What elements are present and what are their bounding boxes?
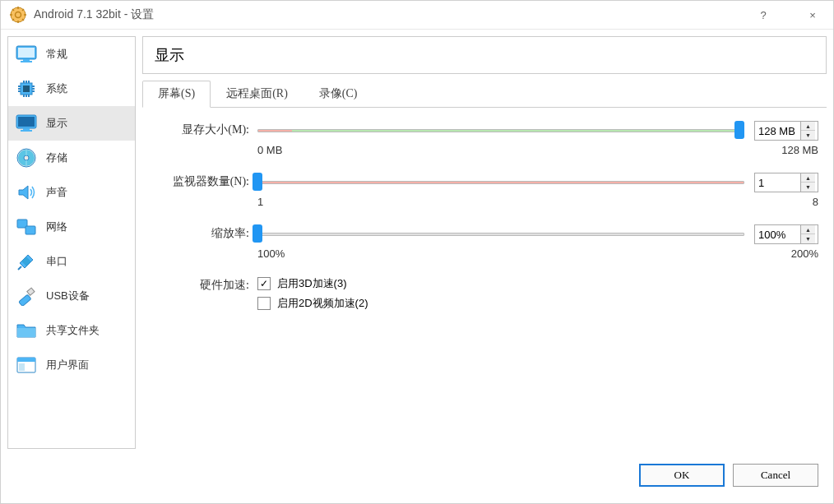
checkbox-3d[interactable]: ✓ 启用3D加速(3)	[257, 276, 818, 291]
setting-hwaccel: 硬件加速: ✓ 启用3D加速(3) 启用2D视频加速(2)	[151, 276, 818, 316]
svg-rect-36	[25, 226, 35, 234]
content-header: 显示	[142, 36, 827, 74]
svg-rect-43	[17, 358, 35, 362]
sidebar-label: 串口	[46, 254, 67, 269]
monitors-label: 监视器数量(N):	[151, 173, 257, 189]
svg-rect-40	[27, 288, 35, 295]
ok-button[interactable]: OK	[639, 464, 725, 487]
tab-content: 显存大小(M): ▲▼ 0 MB 128 MB	[142, 108, 827, 345]
sidebar-item-shared[interactable]: 共享文件夹	[8, 313, 135, 348]
monitors-input[interactable]	[755, 175, 800, 191]
svg-rect-31	[21, 130, 32, 132]
sidebar-item-serial[interactable]: 串口	[8, 244, 135, 279]
vmem-down[interactable]: ▼	[801, 131, 815, 140]
svg-rect-39	[19, 294, 31, 306]
setting-scale: 缩放率: ▲▼ 100% 200%	[151, 224, 818, 260]
tab-screen[interactable]: 屏幕(S)	[142, 81, 211, 108]
sidebar: 常规 系统 显示 存储 声音 网络 串口 USB设备	[7, 36, 136, 449]
monitors-up[interactable]: ▲	[801, 173, 815, 183]
sidebar-item-audio[interactable]: 声音	[8, 175, 135, 210]
tab-recording[interactable]: 录像(C)	[303, 81, 373, 107]
window-title: Android 7.1 32bit - 设置	[34, 7, 751, 22]
serial-icon	[15, 250, 38, 273]
svg-rect-15	[23, 86, 30, 92]
sidebar-item-network[interactable]: 网络	[8, 210, 135, 244]
sidebar-item-ui[interactable]: 用户界面	[8, 348, 135, 382]
monitors-spinbox[interactable]: ▲▼	[754, 173, 818, 192]
sidebar-item-general[interactable]: 常规	[8, 37, 135, 72]
sidebar-item-usb[interactable]: USB设备	[8, 279, 135, 313]
tab-bar: 屏幕(S) 远程桌面(R) 录像(C)	[142, 81, 827, 108]
checkbox-2d[interactable]: 启用2D视频加速(2)	[257, 296, 818, 311]
sidebar-label: 常规	[46, 47, 67, 62]
footer: OK Cancel	[1, 455, 833, 495]
sidebar-label: USB设备	[46, 289, 90, 303]
sidebar-label: 声音	[46, 185, 67, 200]
svg-rect-11	[18, 48, 35, 58]
monitors-down[interactable]: ▼	[801, 183, 815, 192]
scale-min-label: 100%	[257, 247, 285, 260]
vmem-spinbox[interactable]: ▲▼	[754, 121, 818, 141]
svg-rect-41	[17, 328, 35, 337]
svg-rect-29	[18, 117, 35, 127]
svg-line-38	[18, 266, 21, 270]
vmem-slider[interactable]	[257, 129, 744, 132]
setting-vmem: 显存大小(M): ▲▼ 0 MB 128 MB	[151, 121, 818, 156]
usb-icon	[15, 284, 38, 307]
titlebar: Android 7.1 32bit - 设置 ? ×	[1, 1, 833, 30]
monitors-max-label: 8	[813, 196, 818, 208]
checkbox-3d-label: 启用3D加速(3)	[277, 276, 347, 291]
window-controls: ? ×	[751, 9, 825, 21]
speaker-icon	[15, 181, 38, 204]
chip-icon	[15, 77, 38, 100]
svg-rect-44	[19, 363, 25, 371]
sidebar-item-system[interactable]: 系统	[8, 72, 135, 106]
svg-rect-12	[23, 59, 30, 61]
vmem-up[interactable]: ▲	[801, 122, 815, 131]
tab-remote[interactable]: 远程桌面(R)	[211, 81, 303, 107]
content-panel: 显示 屏幕(S) 远程桌面(R) 录像(C) 显存大小(M): ▲	[142, 36, 827, 449]
sidebar-label: 系统	[46, 81, 67, 96]
vmem-label: 显存大小(M):	[151, 121, 257, 137]
vmem-input[interactable]	[755, 123, 800, 139]
folder-icon	[15, 319, 38, 342]
display-icon	[15, 112, 38, 135]
scale-down[interactable]: ▼	[801, 234, 815, 243]
svg-rect-13	[21, 61, 32, 62]
main-area: 常规 系统 显示 存储 声音 网络 串口 USB设备	[1, 30, 833, 455]
app-icon	[9, 6, 27, 24]
scale-input[interactable]	[755, 227, 800, 243]
hwaccel-label: 硬件加速:	[151, 276, 257, 293]
scale-up[interactable]: ▲	[801, 225, 815, 234]
vmem-min-label: 0 MB	[257, 144, 282, 156]
help-button[interactable]: ?	[751, 9, 776, 21]
disk-icon	[15, 146, 38, 169]
svg-point-34	[24, 155, 29, 160]
scale-max-label: 200%	[791, 247, 818, 260]
sidebar-item-display[interactable]: 显示	[8, 106, 135, 141]
close-button[interactable]: ×	[800, 9, 825, 21]
monitor-icon	[15, 43, 38, 66]
sidebar-label: 用户界面	[46, 358, 89, 372]
scale-spinbox[interactable]: ▲▼	[754, 224, 818, 244]
sidebar-label: 存储	[46, 150, 67, 165]
sidebar-label: 显示	[46, 116, 67, 131]
setting-monitors: 监视器数量(N): ▲▼ 1 8	[151, 173, 818, 208]
sidebar-label: 共享文件夹	[46, 323, 100, 338]
scale-label: 缩放率:	[151, 224, 257, 241]
checkbox-2d-label: 启用2D视频加速(2)	[277, 296, 368, 311]
checkbox-2d-box	[257, 297, 271, 310]
ui-icon	[15, 354, 38, 377]
sidebar-label: 网络	[46, 220, 67, 234]
checkbox-3d-box: ✓	[257, 277, 271, 290]
cancel-button[interactable]: Cancel	[733, 464, 818, 487]
svg-rect-30	[23, 128, 30, 130]
monitors-slider[interactable]	[257, 181, 744, 184]
network-icon	[15, 215, 38, 238]
vmem-max-label: 128 MB	[781, 144, 818, 156]
sidebar-item-storage[interactable]: 存储	[8, 141, 135, 175]
scale-slider[interactable]	[257, 233, 744, 236]
monitors-min-label: 1	[257, 196, 263, 208]
